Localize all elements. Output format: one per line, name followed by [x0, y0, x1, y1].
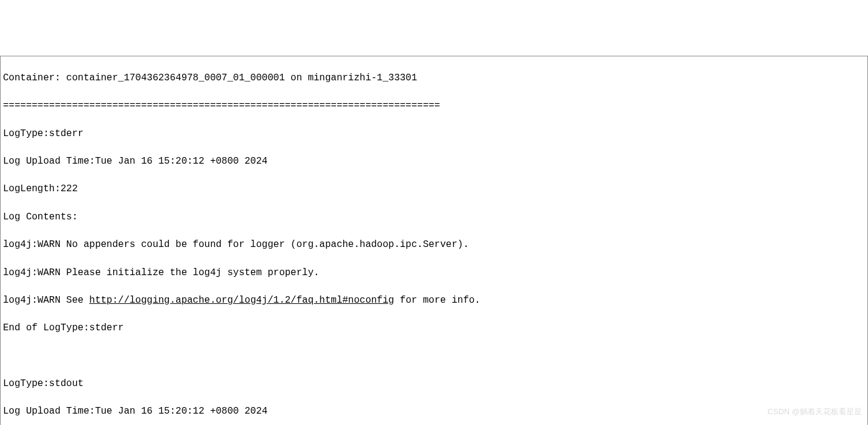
stderr-l3-link[interactable]: http://logging.apache.org/log4j/1.2/faq.… — [89, 295, 394, 306]
divider: ========================================… — [3, 99, 865, 113]
log-container: Container: container_1704362364978_0007_… — [0, 56, 868, 425]
stderr-loglength: LogLength:222 — [3, 182, 865, 196]
stderr-l3a: log4j:WARN See — [3, 295, 89, 306]
stderr-logcontents: Log Contents: — [3, 210, 865, 224]
stderr-l1: log4j:WARN No appenders could be found f… — [3, 238, 865, 252]
stderr-uploadtime: Log Upload Time:Tue Jan 16 15:20:12 +080… — [3, 155, 865, 168]
stderr-end: End of LogType:stderr — [3, 321, 865, 335]
stderr-l3b: for more info. — [394, 295, 480, 306]
container-line: Container: container_1704362364978_0007_… — [3, 71, 865, 85]
stdout-uploadtime: Log Upload Time:Tue Jan 16 15:20:12 +080… — [3, 405, 865, 418]
stderr-l3: log4j:WARN See http://logging.apache.org… — [3, 294, 865, 308]
blank-1 — [3, 349, 865, 363]
stderr-logtype: LogType:stderr — [3, 127, 865, 141]
stderr-l2: log4j:WARN Please initialize the log4j s… — [3, 266, 865, 280]
stdout-logtype: LogType:stdout — [3, 377, 865, 391]
